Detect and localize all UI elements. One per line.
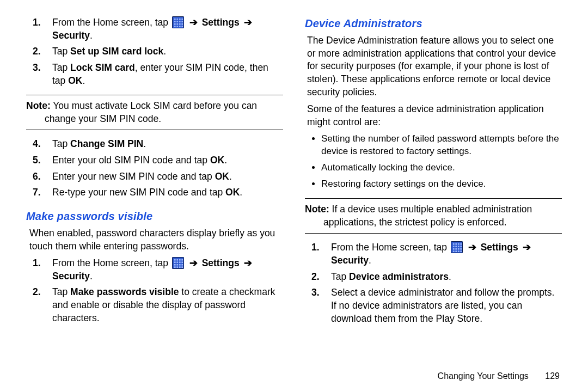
apps-icon (451, 241, 463, 253)
text: Tap (52, 286, 70, 297)
step: Enter your old SIM PIN code and tap OK. (48, 154, 283, 167)
text: Tap (52, 46, 70, 57)
note-text: Note: You must activate Lock SIM card be… (26, 100, 283, 125)
arrow-icon: ➔ (467, 242, 478, 253)
page-footer: Changing Your Settings 129 (438, 370, 560, 382)
text: OK (225, 187, 240, 198)
text: . (90, 30, 93, 41)
note-block: Note: If a device uses multiple enabled … (305, 198, 562, 234)
note-text: Note: If a device uses multiple enabled … (305, 203, 562, 229)
text: Settings (481, 242, 518, 253)
paragraph: Some of the features a device administra… (307, 103, 562, 128)
text: OK (215, 171, 229, 182)
text: From the Home screen, tap (52, 17, 171, 28)
note-label: Note: (305, 204, 329, 215)
apps-icon (172, 16, 184, 28)
text: If a device uses multiple enabled admini… (323, 204, 532, 228)
step: Select a device administrator and follow… (327, 286, 562, 325)
text: Tap (331, 271, 349, 282)
page-number: 129 (545, 371, 560, 381)
step: Enter your new SIM PIN code and tap OK. (48, 170, 283, 183)
steps-device-admin: From the Home screen, tap ➔ Settings ➔ S… (305, 241, 562, 325)
note-block: Note: You must activate Lock SIM card be… (26, 95, 283, 130)
text: . (143, 138, 146, 149)
text: OK (68, 75, 82, 86)
text: You must activate Lock SIM card before y… (45, 100, 257, 124)
text: Re-type your new SIM PIN code and tap (52, 187, 225, 198)
section-heading-make-passwords-visible: Make passwords visible (26, 209, 283, 224)
text: Select a device administrator and follow… (331, 287, 554, 323)
step: From the Home screen, tap ➔ Settings ➔ S… (48, 257, 283, 283)
list-item: Restoring factory settings on the device… (321, 178, 562, 191)
text: . (369, 255, 371, 266)
page-body: From the Home screen, tap ➔ Settings ➔ S… (0, 0, 588, 376)
text: . (229, 171, 232, 182)
step: From the Home screen, tap ➔ Settings ➔ S… (327, 241, 562, 267)
step: From the Home screen, tap ➔ Settings ➔ S… (48, 16, 283, 42)
list-item: Setting the number of failed password at… (321, 133, 562, 158)
list-item: Automatically locking the device. (321, 162, 562, 174)
text: . (90, 271, 93, 281)
text: Tap (52, 138, 70, 149)
text: . (224, 155, 227, 166)
text: Enter your new SIM PIN code and tap (52, 171, 215, 182)
note-label: Note: (26, 100, 51, 111)
text: Set up SIM card lock (70, 46, 163, 57)
steps-sim-lock-b: Tap Change SIM PIN. Enter your old SIM P… (26, 138, 283, 199)
text: OK (210, 155, 224, 166)
text: Settings (202, 258, 240, 268)
text: Security (52, 271, 90, 281)
paragraph: When enabled, password characters displa… (28, 227, 283, 253)
section-heading-device-administrators: Device Administrators (305, 16, 562, 31)
paragraph: The Device Administration feature allows… (307, 34, 562, 99)
apps-icon (172, 257, 184, 269)
text: Lock SIM card (70, 62, 135, 73)
right-column: Device Administrators The Device Adminis… (305, 16, 562, 370)
text: Tap (52, 62, 70, 73)
section-name: Changing Your Settings (438, 371, 529, 381)
arrow-icon: ➔ (188, 258, 199, 268)
step: Re-type your new SIM PIN code and tap OK… (48, 186, 283, 199)
arrow-icon: ➔ (242, 17, 254, 28)
text: From the Home screen, tap (331, 242, 450, 253)
text: Security (331, 255, 369, 266)
arrow-icon: ➔ (188, 17, 199, 28)
step: Tap Change SIM PIN. (48, 138, 283, 151)
text: Enter your old SIM PIN code and tap (52, 155, 210, 166)
text: . (240, 187, 242, 198)
text: . (449, 271, 451, 282)
left-column: From the Home screen, tap ➔ Settings ➔ S… (26, 16, 283, 370)
steps-sim-lock-a: From the Home screen, tap ➔ Settings ➔ S… (26, 16, 283, 87)
text: Device administrators (349, 271, 449, 282)
step: Tap Device administrators. (327, 271, 562, 284)
arrow-icon: ➔ (242, 258, 254, 268)
feature-list: Setting the number of failed password at… (305, 133, 562, 191)
step: Tap Set up SIM card lock. (48, 45, 283, 58)
step: Tap Make passwords visible to create a c… (48, 286, 283, 324)
text: Change SIM PIN (70, 138, 143, 149)
step: Tap Lock SIM card, enter your SIM PIN co… (48, 62, 283, 87)
steps-passwords-visible: From the Home screen, tap ➔ Settings ➔ S… (26, 257, 283, 324)
text: From the Home screen, tap (52, 258, 171, 268)
arrow-icon: ➔ (521, 242, 532, 253)
text: . (163, 46, 166, 57)
text: Security (52, 30, 90, 41)
text: . (82, 75, 85, 86)
text: Settings (202, 17, 240, 28)
text: Make passwords visible (70, 286, 179, 297)
